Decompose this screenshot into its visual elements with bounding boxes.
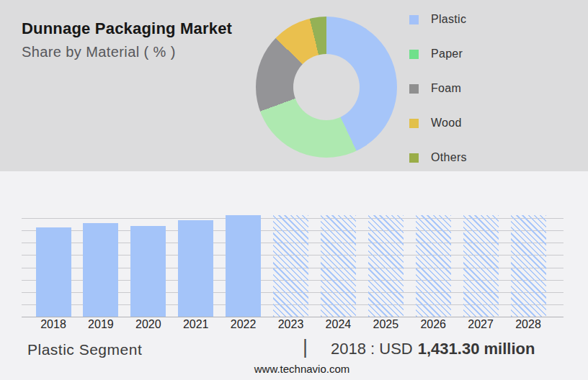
x-axis-label-2021: 2021 xyxy=(171,318,221,331)
segment-label: Plastic Segment xyxy=(27,341,142,358)
legend-swatch-plastic xyxy=(409,15,419,24)
x-axis-label-2028: 2028 xyxy=(503,318,553,331)
segment-value-amount: 1,431.30 million xyxy=(418,340,535,358)
bar-2023-forecast xyxy=(273,215,308,317)
header-panel: Dunnage Packaging Market Share by Materi… xyxy=(0,0,588,171)
legend-item-wood: Wood xyxy=(409,116,462,130)
trend-panel: 2018201920202021202220232024202520262027… xyxy=(0,171,588,380)
legend-swatch-foam xyxy=(409,84,419,94)
bar-2021 xyxy=(178,220,213,317)
bar-2022 xyxy=(226,215,261,317)
x-axis-label-2027: 2027 xyxy=(455,318,506,331)
x-axis-label-2026: 2026 xyxy=(408,318,458,331)
legend-label: Paper xyxy=(431,48,463,60)
legend-item-others: Others xyxy=(409,150,467,165)
donut-hole xyxy=(293,54,360,120)
bar-2027-forecast xyxy=(463,215,499,317)
bar-2020 xyxy=(130,226,166,317)
legend-item-plastic: Plastic xyxy=(409,12,466,27)
legend: PlasticPaperFoamWoodOthers xyxy=(409,0,582,171)
bar-2024-forecast xyxy=(321,215,356,317)
legend-label: Wood xyxy=(431,117,462,130)
legend-swatch-others xyxy=(409,153,419,163)
legend-swatch-paper xyxy=(409,50,419,59)
legend-swatch-wood xyxy=(409,119,419,128)
page-title: Dunnage Packaging Market xyxy=(22,19,232,38)
segment-value-prefix: 2018 : USD xyxy=(331,340,413,358)
x-axis-label-2020: 2020 xyxy=(123,318,174,331)
x-axis-label-2025: 2025 xyxy=(360,318,411,331)
bar-2028-forecast xyxy=(511,215,546,317)
footer-separator: | xyxy=(303,336,308,358)
legend-label: Foam xyxy=(431,82,461,95)
segment-value: 2018 : USD1,431.30 million xyxy=(331,340,535,358)
donut-chart xyxy=(256,17,397,158)
x-axis-label-2024: 2024 xyxy=(313,318,363,331)
x-axis-label-2022: 2022 xyxy=(218,318,269,331)
bar-2019 xyxy=(83,223,118,317)
legend-item-paper: Paper xyxy=(409,47,463,61)
chart-subtitle: Share by Material ( % ) xyxy=(22,44,176,60)
bar-2025-forecast xyxy=(368,215,404,317)
website-url: www.technavio.com xyxy=(0,363,588,375)
x-axis-label-2023: 2023 xyxy=(266,318,316,331)
infographic-canvas: Dunnage Packaging Market Share by Materi… xyxy=(0,0,588,380)
x-axis-label-2019: 2019 xyxy=(76,318,126,331)
bar-2018 xyxy=(36,227,71,317)
legend-label: Plastic xyxy=(431,13,466,26)
bar-2026-forecast xyxy=(416,215,451,317)
bar-chart xyxy=(22,218,564,317)
legend-label: Others xyxy=(431,151,467,164)
x-axis-label-2018: 2018 xyxy=(28,318,79,331)
legend-item-foam: Foam xyxy=(409,81,461,96)
